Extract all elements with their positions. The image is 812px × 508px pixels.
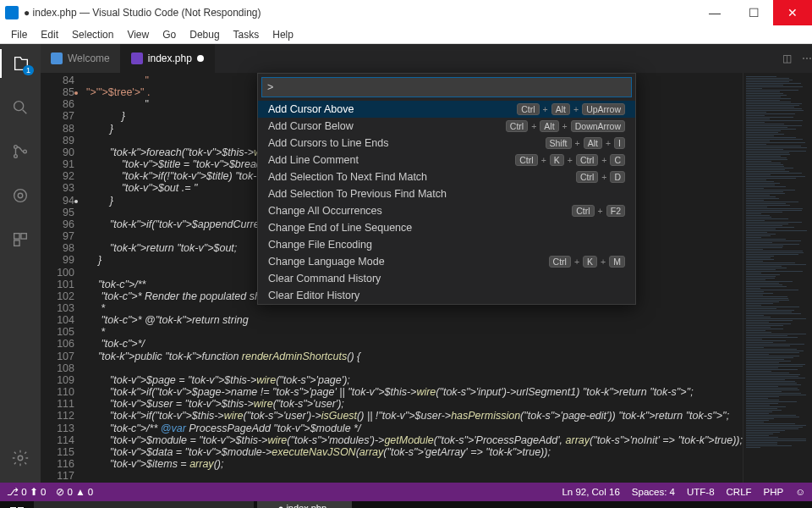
extensions-icon[interactable] — [0, 225, 41, 254]
tab-index-php[interactable]: index.php — [121, 44, 215, 73]
scm-icon[interactable] — [0, 137, 41, 166]
status-problems[interactable]: ⊘ 0 ▲ 0 — [56, 486, 93, 498]
search-icon[interactable] — [0, 93, 41, 122]
svg-point-1 — [14, 146, 18, 149]
close-button[interactable]: ✕ — [773, 0, 812, 25]
minimap[interactable] — [743, 73, 812, 483]
palette-item[interactable]: Change File Encoding — [258, 236, 635, 253]
dirty-indicator-icon — [197, 55, 204, 62]
menu-go[interactable]: Go — [156, 27, 182, 42]
windows-taskbar: ◯ Type here to search ● index.php — Visu… — [0, 501, 812, 508]
editor-tabs: Welcome index.php ◫ ⋯ — [41, 44, 812, 73]
svg-point-0 — [14, 102, 24, 111]
editor-area: Welcome index.php ◫ ⋯ 848586878889909192… — [41, 44, 812, 483]
command-palette-input[interactable]: > — [261, 77, 632, 97]
line-gutter: 8485868788899091929394959697989910010110… — [41, 73, 86, 483]
debug-icon[interactable] — [0, 181, 41, 210]
svg-rect-6 — [14, 234, 19, 239]
palette-item[interactable]: Clear Editor History — [258, 287, 635, 304]
status-git[interactable]: ⎇ 0 ⬆ 0 — [7, 486, 46, 498]
svg-point-9 — [18, 456, 23, 461]
palette-item[interactable]: Add Selection To Next Find MatchCtrl+D — [258, 168, 635, 185]
window-titlebar: ● index.php — Visual Studio Code (Not Re… — [0, 0, 812, 25]
status-indent[interactable]: Spaces: 4 — [632, 487, 675, 497]
taskbar-search[interactable]: ◯ Type here to search — [34, 501, 254, 508]
start-button[interactable] — [0, 501, 34, 508]
minimize-button[interactable]: — — [695, 0, 734, 25]
menu-edit[interactable]: Edit — [35, 27, 64, 42]
explorer-icon[interactable]: 1 — [0, 49, 41, 78]
menu-debug[interactable]: Debug — [184, 27, 225, 42]
palette-item[interactable]: Change Language ModeCtrl+K+M — [258, 253, 635, 270]
menu-tasks[interactable]: Tasks — [228, 27, 266, 42]
maximize-button[interactable]: ☐ — [734, 0, 773, 25]
svg-point-5 — [18, 193, 23, 198]
app-icon — [5, 6, 19, 19]
settings-icon[interactable] — [0, 444, 41, 472]
palette-item[interactable]: Add Cursors to Line EndsShift+Alt+I — [258, 135, 635, 152]
svg-point-4 — [14, 190, 27, 202]
welcome-tab-icon — [51, 52, 63, 64]
php-tab-icon — [131, 52, 143, 64]
status-cursor[interactable]: Ln 92, Col 16 — [562, 487, 619, 497]
palette-item[interactable]: Add Line CommentCtrl+K+Ctrl+C — [258, 152, 635, 168]
menu-file[interactable]: File — [5, 27, 33, 42]
menu-bar: File Edit Selection View Go Debug Tasks … — [0, 25, 812, 44]
status-feedback-icon[interactable]: ☺ — [795, 487, 805, 497]
window-title: ● index.php — Visual Studio Code (Not Re… — [24, 7, 695, 19]
more-actions-icon[interactable]: ⋯ — [802, 52, 812, 64]
status-bar: ⎇ 0 ⬆ 0 ⊘ 0 ▲ 0 Ln 92, Col 16 Spaces: 4 … — [0, 483, 812, 501]
palette-item[interactable]: Change End of Line Sequence — [258, 219, 635, 236]
palette-item[interactable]: Add Cursor AboveCtrl+Alt+UpArrow — [258, 101, 635, 118]
taskbar-vscode[interactable]: ● index.php — Visu… — [257, 501, 352, 508]
palette-item[interactable]: Add Selection To Previous Find Match — [258, 185, 635, 202]
menu-selection[interactable]: Selection — [66, 27, 119, 42]
command-palette: > Add Cursor AboveCtrl+Alt+UpArrowAdd Cu… — [257, 73, 636, 305]
menu-view[interactable]: View — [121, 27, 155, 42]
svg-rect-8 — [14, 240, 19, 246]
tab-welcome[interactable]: Welcome — [41, 44, 121, 73]
palette-item[interactable]: Clear Command History — [258, 270, 635, 287]
explorer-badge: 1 — [23, 65, 34, 75]
svg-point-2 — [14, 155, 18, 158]
split-editor-icon[interactable]: ◫ — [782, 52, 792, 64]
status-language[interactable]: PHP — [764, 487, 784, 497]
menu-help[interactable]: Help — [266, 27, 299, 42]
svg-rect-7 — [21, 234, 26, 239]
activity-bar: 1 — [0, 44, 41, 483]
status-eol[interactable]: CRLF — [727, 487, 752, 497]
palette-item[interactable]: Add Cursor BelowCtrl+Alt+DownArrow — [258, 118, 635, 135]
palette-item[interactable]: Change All OccurrencesCtrl+F2 — [258, 202, 635, 219]
svg-point-3 — [24, 150, 27, 153]
status-encoding[interactable]: UTF-8 — [687, 487, 715, 497]
